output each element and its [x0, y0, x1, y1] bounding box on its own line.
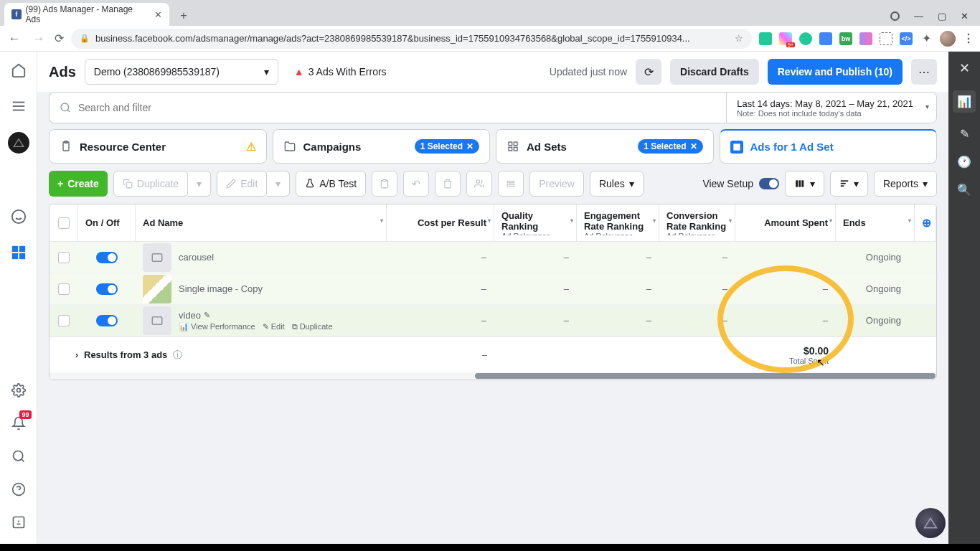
- date-range-picker[interactable]: Last 14 days: May 8, 2021 – May 21, 2021…: [726, 92, 937, 123]
- rules-button[interactable]: Rules ▾: [590, 171, 644, 197]
- clipboard-button[interactable]: [372, 171, 397, 197]
- extension-icon[interactable]: bw: [839, 32, 852, 45]
- selection-pill[interactable]: 1 Selected✕: [415, 139, 479, 154]
- charts-icon[interactable]: 📊: [953, 90, 976, 113]
- profile-avatar[interactable]: [940, 31, 956, 47]
- reload-icon[interactable]: ⟳: [55, 32, 64, 45]
- add-column-button[interactable]: ⊕: [915, 204, 936, 241]
- selection-pill[interactable]: 1 Selected✕: [638, 139, 702, 154]
- row-toggle[interactable]: [78, 315, 136, 326]
- forward-icon[interactable]: →: [30, 32, 47, 46]
- close-window-icon[interactable]: ✕: [961, 11, 969, 22]
- edit-link[interactable]: ✎Edit: [263, 322, 285, 331]
- column-cost-per-result[interactable]: Cost per Result▾: [387, 204, 494, 241]
- extension-icon[interactable]: [799, 32, 812, 45]
- duplicate-button[interactable]: Duplicate: [113, 171, 188, 197]
- expand-results-icon[interactable]: ›: [75, 350, 78, 360]
- back-icon[interactable]: ←: [6, 32, 23, 46]
- maximize-icon[interactable]: ▢: [938, 11, 946, 22]
- new-tab-button[interactable]: +: [174, 6, 194, 26]
- edit-button[interactable]: Edit: [217, 171, 267, 197]
- info-icon[interactable]: ⓘ: [173, 349, 182, 362]
- extensions-menu-icon[interactable]: ✦: [920, 32, 933, 45]
- tab-resource-center[interactable]: Resource Center ⚠: [49, 129, 267, 164]
- search-icon[interactable]: [9, 446, 29, 466]
- preview-button[interactable]: Preview: [529, 171, 584, 197]
- table-row[interactable]: carousel – – – – Ongoing: [50, 242, 936, 273]
- refresh-button[interactable]: ⟳: [636, 59, 661, 85]
- create-button[interactable]: +Create: [49, 171, 108, 197]
- review-publish-button[interactable]: Review and Publish (10): [768, 59, 903, 85]
- extension-icon[interactable]: [819, 32, 832, 45]
- row-checkbox[interactable]: [50, 315, 78, 326]
- extension-icon[interactable]: [880, 32, 892, 45]
- account-indicator-icon[interactable]: [890, 11, 900, 21]
- column-amount-spent[interactable]: Amount Spent▾: [735, 204, 836, 241]
- column-engagement-ranking[interactable]: Engagement Rate RankingAd Relevance ...▾: [577, 204, 659, 241]
- activity-icon[interactable]: 🔍: [957, 183, 971, 197]
- horizontal-scrollbar[interactable]: [50, 372, 936, 380]
- notifications-icon[interactable]: 99: [9, 413, 29, 433]
- search-input[interactable]: [78, 102, 716, 113]
- column-ad-name[interactable]: Ad Name▾: [136, 204, 387, 241]
- table-row[interactable]: video ✎ 📊View Performance ✎Edit ⧉Duplica…: [50, 305, 936, 336]
- help-icon[interactable]: [9, 479, 29, 499]
- inline-edit-icon[interactable]: ✎: [204, 311, 210, 320]
- column-onoff[interactable]: On / Off: [78, 204, 136, 241]
- view-setup-toggle[interactable]: [759, 178, 779, 189]
- edit-drawer-icon[interactable]: ✎: [960, 127, 969, 141]
- tag-button[interactable]: [498, 171, 524, 197]
- duplicate-link[interactable]: ⧉Duplicate: [292, 322, 333, 331]
- sort-icon: ▾: [908, 217, 911, 224]
- undo-button[interactable]: ↶: [403, 171, 429, 197]
- export-button[interactable]: [466, 171, 492, 197]
- reports-button[interactable]: Reports ▾: [874, 171, 937, 197]
- extension-icon[interactable]: </>: [900, 32, 913, 45]
- edit-split-button[interactable]: ▾: [267, 171, 290, 197]
- close-tab-icon[interactable]: ✕: [154, 9, 162, 20]
- column-ends[interactable]: Ends▾: [836, 204, 915, 241]
- clear-selection-icon[interactable]: ✕: [690, 141, 697, 151]
- browser-tab[interactable]: f (99) Ads Manager - Manage Ads ✕: [4, 3, 169, 26]
- view-performance-link[interactable]: 📊View Performance: [179, 322, 255, 331]
- history-icon[interactable]: 🕐: [957, 155, 971, 169]
- url-bar[interactable]: 🔒 business.facebook.com/adsmanager/manag…: [71, 29, 752, 49]
- extension-icon[interactable]: [759, 32, 772, 45]
- row-checkbox[interactable]: [50, 252, 78, 263]
- extension-icon[interactable]: [859, 32, 872, 45]
- delete-button[interactable]: [435, 171, 461, 197]
- settings-icon[interactable]: [9, 380, 29, 400]
- errors-chip[interactable]: ▲ 3 Ads With Errors: [287, 62, 394, 82]
- business-logo[interactable]: [8, 132, 29, 154]
- extension-icon[interactable]: 9+: [779, 32, 792, 45]
- row-toggle[interactable]: [78, 283, 136, 295]
- discard-drafts-button[interactable]: Discard Drafts: [670, 59, 759, 85]
- table-row[interactable]: Single image - Copy – – – – – Ongoing: [50, 273, 936, 305]
- close-drawer-icon[interactable]: ✕: [959, 60, 970, 76]
- column-conversion-ranking[interactable]: Conversion Rate RankingAd Relevance ...▾: [659, 204, 735, 241]
- more-options-button[interactable]: ⋯: [911, 59, 937, 85]
- audiences-icon[interactable]: [9, 207, 29, 227]
- row-checkbox[interactable]: [50, 283, 78, 295]
- ab-test-button[interactable]: A/B Test: [296, 171, 366, 197]
- tab-campaigns[interactable]: Campaigns 1 Selected✕: [273, 129, 491, 164]
- clear-selection-icon[interactable]: ✕: [466, 141, 473, 151]
- select-all-column[interactable]: [50, 204, 78, 241]
- menu-icon[interactable]: [9, 96, 29, 116]
- home-icon[interactable]: [9, 60, 29, 80]
- tab-adsets[interactable]: Ad Sets 1 Selected✕: [496, 129, 714, 164]
- bookmark-star-icon[interactable]: ☆: [735, 33, 743, 44]
- sort-icon: ▾: [570, 217, 573, 224]
- tab-ads[interactable]: Ads for 1 Ad Set: [720, 129, 938, 164]
- row-toggle[interactable]: [78, 252, 136, 263]
- columns-button[interactable]: ▾: [785, 171, 824, 197]
- search-filter-bar[interactable]: [49, 92, 726, 123]
- breakdown-button[interactable]: ▾: [830, 171, 868, 197]
- report-problem-icon[interactable]: [9, 512, 29, 532]
- account-selector[interactable]: Demo (2380869985539187) ▾: [85, 59, 278, 85]
- ads-manager-icon[interactable]: [9, 242, 29, 263]
- column-quality-ranking[interactable]: Quality RankingAd Relevance ...▾: [494, 204, 577, 241]
- browser-menu-icon[interactable]: ⋮: [963, 32, 974, 45]
- duplicate-split-button[interactable]: ▾: [188, 171, 211, 197]
- minimize-icon[interactable]: —: [914, 11, 923, 22]
